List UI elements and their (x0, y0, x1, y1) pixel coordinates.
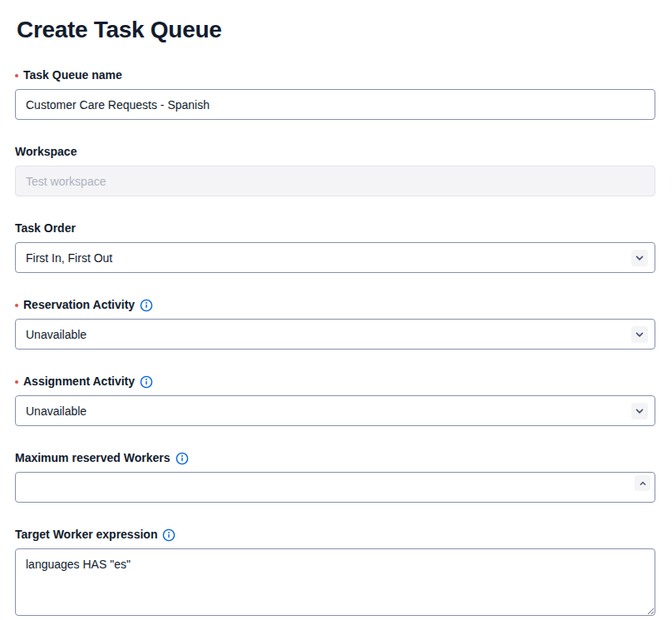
task-queue-name-input[interactable] (15, 89, 655, 120)
target-worker-expression-label-row: Target Worker expression (15, 528, 655, 542)
target-worker-expression-label: Target Worker expression (15, 528, 157, 542)
task-order-label-row: Task Order (15, 221, 655, 236)
target-worker-expression-textarea[interactable]: languages HAS "es" (15, 548, 655, 616)
task-order-select[interactable]: First In, First Out (15, 242, 655, 273)
required-dot-icon (15, 304, 18, 307)
field-task-queue-name: Task Queue name (15, 68, 655, 120)
maximum-reserved-workers-input[interactable] (15, 472, 655, 503)
assignment-activity-selected-value: Unavailable (26, 404, 86, 418)
reservation-activity-label: Reservation Activity (23, 298, 135, 312)
task-order-label: Task Order (15, 221, 76, 236)
info-circle-icon[interactable] (175, 452, 189, 465)
reservation-activity-label-row: Reservation Activity (15, 298, 655, 312)
maximum-reserved-workers-label-row: Maximum reserved Workers (15, 451, 655, 465)
info-circle-icon[interactable] (140, 375, 153, 389)
maximum-reserved-workers-label: Maximum reserved Workers (15, 451, 170, 465)
field-target-worker-expression: Target Worker expression languages HAS "… (15, 528, 655, 616)
maximum-reserved-workers-wrapper (15, 472, 655, 503)
task-queue-name-label: Task Queue name (23, 68, 122, 82)
page-title: Create Task Queue (17, 15, 655, 44)
required-dot-icon (15, 380, 18, 384)
reservation-activity-select[interactable]: Unavailable (15, 319, 655, 350)
info-circle-icon[interactable] (162, 528, 175, 542)
chevron-up-icon[interactable] (635, 475, 650, 491)
field-maximum-reserved-workers: Maximum reserved Workers (15, 451, 655, 503)
reservation-activity-selected-value: Unavailable (26, 328, 86, 341)
field-assignment-activity: Assignment Activity Unavailable (15, 374, 655, 426)
workspace-input (15, 166, 655, 196)
field-workspace: Workspace (15, 145, 655, 196)
assignment-activity-label: Assignment Activity (23, 374, 135, 389)
workspace-label: Workspace (15, 145, 77, 159)
chevron-down-icon[interactable] (631, 250, 648, 266)
info-circle-icon[interactable] (140, 299, 153, 312)
required-dot-icon (15, 74, 18, 77)
workspace-label-row: Workspace (15, 145, 655, 159)
task-order-selected-value: First In, First Out (26, 251, 112, 265)
create-task-queue-form: Create Task Queue Task Queue name Worksp… (0, 0, 672, 620)
task-queue-name-label-row: Task Queue name (15, 68, 655, 82)
chevron-down-icon[interactable] (631, 403, 648, 419)
assignment-activity-label-row: Assignment Activity (15, 374, 655, 389)
field-reservation-activity: Reservation Activity Unavailable (15, 298, 655, 350)
chevron-down-icon[interactable] (631, 326, 648, 343)
field-task-order: Task Order First In, First Out (15, 221, 655, 273)
assignment-activity-select[interactable]: Unavailable (15, 395, 655, 426)
